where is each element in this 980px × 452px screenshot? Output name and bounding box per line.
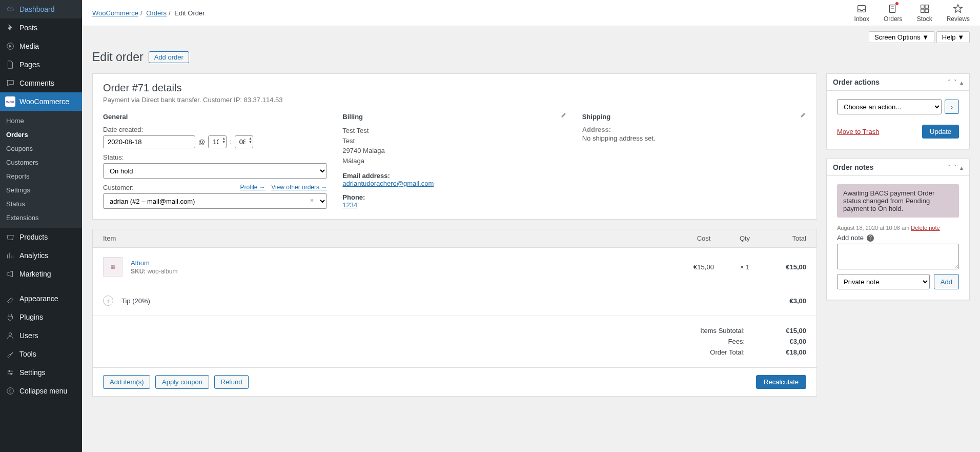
help-button[interactable]: Help ▼ <box>936 31 970 43</box>
menu-appearance[interactable]: Appearance <box>0 289 82 308</box>
page-heading: Edit order Add order <box>92 50 189 64</box>
customer-select[interactable]: adrian (#2 – mail@mail.com) <box>103 193 327 209</box>
apply-coupon-button[interactable]: Apply coupon <box>155 375 209 389</box>
svg-rect-10 <box>925 9 928 12</box>
status-label: Status: <box>103 153 327 161</box>
menu-label: Pages <box>19 61 40 69</box>
submenu-extensions[interactable]: Extensions <box>0 211 82 225</box>
billing-line: Test Test <box>342 126 566 136</box>
order-items-box: Item Cost Qty Total ▦ Album SKU: woo-alb… <box>92 229 817 397</box>
settings-icon <box>5 367 15 378</box>
move-up-icon[interactable]: ˄ <box>948 164 951 171</box>
order-actions-heading: Order actions <box>833 78 880 86</box>
shipping-heading: Shipping <box>582 113 806 121</box>
menu-marketing[interactable]: Marketing <box>0 265 82 283</box>
apply-action-button[interactable]: › <box>945 100 959 114</box>
menu-pages[interactable]: Pages <box>0 55 82 74</box>
crumb-orders[interactable]: Orders <box>146 9 167 17</box>
delete-note-link[interactable]: Delete note <box>911 225 940 231</box>
menu-collapse[interactable]: Collapse menu <box>0 382 82 400</box>
activity-panel: Inbox Orders Stock Reviews <box>854 3 970 23</box>
menu-label: Products <box>19 233 48 241</box>
refund-button[interactable]: Refund <box>214 375 249 389</box>
product-link[interactable]: Album <box>131 259 150 267</box>
order-actions-box: Order actions ˄˅▴ Choose an action... › … <box>826 73 970 149</box>
recalculate-button[interactable]: Recalculate <box>756 375 806 389</box>
billing-line: Test <box>342 136 566 146</box>
menu-comments[interactable]: Comments <box>0 74 82 92</box>
admin-sidebar: Dashboard Posts Media Pages Comments woo… <box>0 0 82 452</box>
page-icon <box>5 60 15 70</box>
woo-icon: woo <box>5 96 15 107</box>
menu-products[interactable]: Products <box>0 228 82 246</box>
menu-settings[interactable]: Settings <box>0 363 82 382</box>
menu-woocommerce[interactable]: wooWooCommerce <box>0 92 82 111</box>
help-icon[interactable]: ? <box>867 234 874 242</box>
analytics-icon <box>5 250 15 261</box>
edit-shipping-icon[interactable] <box>799 112 806 121</box>
dashboard-icon <box>5 4 15 14</box>
submenu-settings[interactable]: Settings <box>0 183 82 197</box>
menu-analytics[interactable]: Analytics <box>0 246 82 265</box>
product-thumb: ▦ <box>103 257 122 277</box>
minute-spinner[interactable]: ▲▼ <box>249 136 252 144</box>
panel-reviews[interactable]: Reviews <box>947 3 970 23</box>
other-orders-link[interactable]: View other orders → <box>271 184 327 191</box>
order-action-select[interactable]: Choose an action... <box>837 99 942 114</box>
panel-orders[interactable]: Orders <box>884 3 903 23</box>
billing-email[interactable]: adriantudorachero@gmail.com <box>342 180 434 187</box>
note-type-select[interactable]: Private note <box>837 274 930 289</box>
order-subtitle: Payment via Direct bank transfer. Custom… <box>103 96 806 104</box>
submenu-reports[interactable]: Reports <box>0 169 82 183</box>
screen-options-button[interactable]: Screen Options ▼ <box>869 31 934 43</box>
add-items-button[interactable]: Add item(s) <box>103 375 150 389</box>
menu-label: Plugins <box>19 313 43 321</box>
update-button[interactable]: Update <box>922 125 959 139</box>
submenu-status[interactable]: Status <box>0 197 82 211</box>
billing-phone[interactable]: 1234 <box>342 201 357 209</box>
item-cost: €15,00 <box>683 263 724 271</box>
move-down-icon[interactable]: ˅ <box>954 79 957 86</box>
marketing-icon <box>5 269 15 279</box>
menu-label: Tools <box>19 350 36 358</box>
panel-inbox[interactable]: Inbox <box>854 3 869 23</box>
phone-label: Phone: <box>342 193 566 201</box>
toggle-icon[interactable]: ▴ <box>960 164 963 171</box>
menu-tools[interactable]: Tools <box>0 345 82 363</box>
edit-billing-icon[interactable] <box>560 112 567 121</box>
toggle-icon[interactable]: ▴ <box>960 79 963 86</box>
media-icon <box>5 41 15 51</box>
svg-point-2 <box>8 370 10 372</box>
move-to-trash-link[interactable]: Move to Trash <box>837 128 879 135</box>
menu-label: Settings <box>19 368 46 377</box>
expand-fee-icon[interactable]: + <box>103 296 113 306</box>
status-select[interactable]: On hold <box>103 163 327 179</box>
menu-plugins[interactable]: Plugins <box>0 308 82 326</box>
add-note-button[interactable]: Add <box>934 274 959 289</box>
profile-link[interactable]: Profile → <box>240 184 265 191</box>
submenu-coupons[interactable]: Coupons <box>0 142 82 155</box>
order-note: Awaiting BACS payment Order status chang… <box>837 184 959 218</box>
submenu-customers[interactable]: Customers <box>0 155 82 169</box>
customer-label: Customer: <box>103 184 134 191</box>
order-details-box: Order #71 details Payment via Direct ban… <box>92 73 817 220</box>
breadcrumb: WooCommerce/ Orders/ Edit Order <box>92 9 205 17</box>
clear-customer-icon[interactable]: × <box>310 196 314 204</box>
submenu-orders[interactable]: Orders <box>0 128 82 142</box>
submenu-home[interactable]: Home <box>0 114 82 128</box>
svg-rect-5 <box>858 6 866 12</box>
move-down-icon[interactable]: ˅ <box>954 164 957 171</box>
menu-dashboard[interactable]: Dashboard <box>0 0 82 18</box>
crumb-woocommerce[interactable]: WooCommerce <box>92 9 138 17</box>
menu-media[interactable]: Media <box>0 37 82 55</box>
panel-stock[interactable]: Stock <box>917 3 932 23</box>
col-qty-header: Qty <box>724 234 765 242</box>
menu-users[interactable]: Users <box>0 326 82 345</box>
order-notes-heading: Order notes <box>833 163 873 171</box>
date-input[interactable] <box>103 135 195 148</box>
hour-spinner[interactable]: ▲▼ <box>222 136 226 144</box>
move-up-icon[interactable]: ˄ <box>948 79 951 86</box>
note-textarea[interactable] <box>837 244 959 269</box>
menu-posts[interactable]: Posts <box>0 18 82 37</box>
add-order-button[interactable]: Add order <box>149 51 189 63</box>
